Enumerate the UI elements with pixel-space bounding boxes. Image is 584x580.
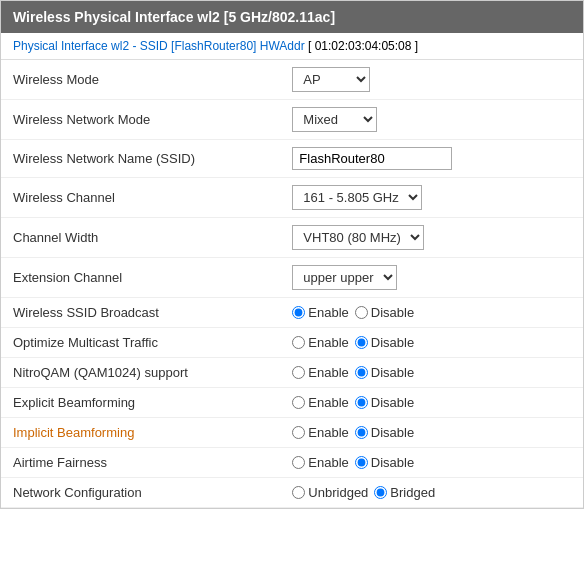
explicit-beamforming-option-text-enable: Enable — [308, 395, 348, 410]
ssid-broadcast-label-disable[interactable]: Disable — [355, 305, 414, 320]
ssid-input[interactable] — [292, 147, 452, 170]
table-row: Airtime FairnessEnableDisable — [1, 448, 583, 478]
ssid-broadcast-option-text-disable: Disable — [371, 305, 414, 320]
implicit-beamforming-label-enable[interactable]: Enable — [292, 425, 348, 440]
nitroqam-support-label-disable[interactable]: Disable — [355, 365, 414, 380]
explicit-beamforming-group: EnableDisable — [292, 395, 571, 410]
airtime-fairness-label-enable[interactable]: Enable — [292, 455, 348, 470]
ssid-broadcast-label-enable[interactable]: Enable — [292, 305, 348, 320]
network-configuration-group: UnbridgedBridged — [292, 485, 571, 500]
channel-width-select[interactable]: VHT80 (80 MHz)VHT40 (40 MHz)VHT20 (20 MH… — [292, 225, 424, 250]
implicit-beamforming-option-text-disable: Disable — [371, 425, 414, 440]
row-label: Optimize Multicast Traffic — [1, 328, 280, 358]
wireless-panel: Wireless Physical Interface wl2 [5 GHz/8… — [0, 0, 584, 509]
network-configuration-radio-unbridged[interactable] — [292, 486, 305, 499]
row-control: upper upperupper lowerlower upperlower l… — [280, 258, 583, 298]
explicit-beamforming-label-disable[interactable]: Disable — [355, 395, 414, 410]
ssid-broadcast-option-text-enable: Enable — [308, 305, 348, 320]
network-configuration-option-text-unbridged: Unbridged — [308, 485, 368, 500]
row-control: EnableDisable — [280, 388, 583, 418]
subheader-link[interactable]: Physical Interface wl2 - SSID [FlashRout… — [13, 39, 305, 53]
ssid-broadcast-radio-enable[interactable] — [292, 306, 305, 319]
settings-table: Wireless ModeAPClientAdhocMonitorWireles… — [1, 60, 583, 508]
nitroqam-support-option-text-disable: Disable — [371, 365, 414, 380]
row-control: EnableDisable — [280, 298, 583, 328]
table-row: Wireless SSID BroadcastEnableDisable — [1, 298, 583, 328]
table-row: Wireless Channel161 - 5.805 GHz36 - 5.18… — [1, 178, 583, 218]
row-label: Wireless SSID Broadcast — [1, 298, 280, 328]
nitroqam-support-label-enable[interactable]: Enable — [292, 365, 348, 380]
row-label: Wireless Network Name (SSID) — [1, 140, 280, 178]
airtime-fairness-option-text-disable: Disable — [371, 455, 414, 470]
optimize-multicast-radio-disable[interactable] — [355, 336, 368, 349]
row-label: Network Configuration — [1, 478, 280, 508]
ssid-broadcast-radio-disable[interactable] — [355, 306, 368, 319]
optimize-multicast-group: EnableDisable — [292, 335, 571, 350]
implicit-beamforming-group: EnableDisable — [292, 425, 571, 440]
implicit-beamforming-radio-disable[interactable] — [355, 426, 368, 439]
ssid-broadcast-group: EnableDisable — [292, 305, 571, 320]
optimize-multicast-radio-enable[interactable] — [292, 336, 305, 349]
row-control: EnableDisable — [280, 328, 583, 358]
table-row: Wireless Network ModeMixedN-OnlyAC-OnlyD… — [1, 100, 583, 140]
extension-channel-select[interactable]: upper upperupper lowerlower upperlower l… — [292, 265, 397, 290]
network-configuration-radio-bridged[interactable] — [374, 486, 387, 499]
optimize-multicast-option-text-disable: Disable — [371, 335, 414, 350]
table-row: Implicit BeamformingEnableDisable — [1, 418, 583, 448]
row-label: Explicit Beamforming — [1, 388, 280, 418]
nitroqam-support-group: EnableDisable — [292, 365, 571, 380]
implicit-beamforming-option-text-enable: Enable — [308, 425, 348, 440]
row-label: Channel Width — [1, 218, 280, 258]
airtime-fairness-group: EnableDisable — [292, 455, 571, 470]
wireless-channel-select[interactable]: 161 - 5.805 GHz36 - 5.180 GHz40 - 5.200 … — [292, 185, 422, 210]
network-configuration-label-unbridged[interactable]: Unbridged — [292, 485, 368, 500]
panel-subheader: Physical Interface wl2 - SSID [FlashRout… — [1, 33, 583, 60]
row-label: Wireless Channel — [1, 178, 280, 218]
row-control: EnableDisable — [280, 358, 583, 388]
wireless-mode-select[interactable]: APClientAdhocMonitor — [292, 67, 370, 92]
explicit-beamforming-radio-enable[interactable] — [292, 396, 305, 409]
airtime-fairness-radio-disable[interactable] — [355, 456, 368, 469]
nitroqam-support-option-text-enable: Enable — [308, 365, 348, 380]
row-label: Wireless Mode — [1, 60, 280, 100]
nitroqam-support-radio-enable[interactable] — [292, 366, 305, 379]
table-row: Network ConfigurationUnbridgedBridged — [1, 478, 583, 508]
wireless-network-mode-select[interactable]: MixedN-OnlyAC-OnlyDisabled — [292, 107, 377, 132]
implicit-beamforming-label-disable[interactable]: Disable — [355, 425, 414, 440]
network-configuration-option-text-bridged: Bridged — [390, 485, 435, 500]
row-control: EnableDisable — [280, 418, 583, 448]
row-control — [280, 140, 583, 178]
optimize-multicast-label-disable[interactable]: Disable — [355, 335, 414, 350]
panel-header: Wireless Physical Interface wl2 [5 GHz/8… — [1, 1, 583, 33]
row-label: Implicit Beamforming — [1, 418, 280, 448]
implicit-beamforming-radio-enable[interactable] — [292, 426, 305, 439]
airtime-fairness-radio-enable[interactable] — [292, 456, 305, 469]
explicit-beamforming-option-text-disable: Disable — [371, 395, 414, 410]
optimize-multicast-option-text-enable: Enable — [308, 335, 348, 350]
hwaddr-text: [ 01:02:03:04:05:08 ] — [308, 39, 418, 53]
row-label: NitroQAM (QAM1024) support — [1, 358, 280, 388]
row-control: MixedN-OnlyAC-OnlyDisabled — [280, 100, 583, 140]
row-control: APClientAdhocMonitor — [280, 60, 583, 100]
table-row: Explicit BeamformingEnableDisable — [1, 388, 583, 418]
row-label: Airtime Fairness — [1, 448, 280, 478]
airtime-fairness-label-disable[interactable]: Disable — [355, 455, 414, 470]
row-control: UnbridgedBridged — [280, 478, 583, 508]
network-configuration-label-bridged[interactable]: Bridged — [374, 485, 435, 500]
table-row: Optimize Multicast TrafficEnableDisable — [1, 328, 583, 358]
airtime-fairness-option-text-enable: Enable — [308, 455, 348, 470]
optimize-multicast-label-enable[interactable]: Enable — [292, 335, 348, 350]
row-label: Wireless Network Mode — [1, 100, 280, 140]
row-control: EnableDisable — [280, 448, 583, 478]
panel-title: Wireless Physical Interface wl2 [5 GHz/8… — [13, 9, 335, 25]
row-control: VHT80 (80 MHz)VHT40 (40 MHz)VHT20 (20 MH… — [280, 218, 583, 258]
row-label: Extension Channel — [1, 258, 280, 298]
explicit-beamforming-label-enable[interactable]: Enable — [292, 395, 348, 410]
table-row: Wireless ModeAPClientAdhocMonitor — [1, 60, 583, 100]
nitroqam-support-radio-disable[interactable] — [355, 366, 368, 379]
row-control: 161 - 5.805 GHz36 - 5.180 GHz40 - 5.200 … — [280, 178, 583, 218]
subheader-text: Physical Interface wl2 - SSID [FlashRout… — [13, 39, 418, 53]
table-row: Extension Channelupper upperupper lowerl… — [1, 258, 583, 298]
explicit-beamforming-radio-disable[interactable] — [355, 396, 368, 409]
table-row: Channel WidthVHT80 (80 MHz)VHT40 (40 MHz… — [1, 218, 583, 258]
